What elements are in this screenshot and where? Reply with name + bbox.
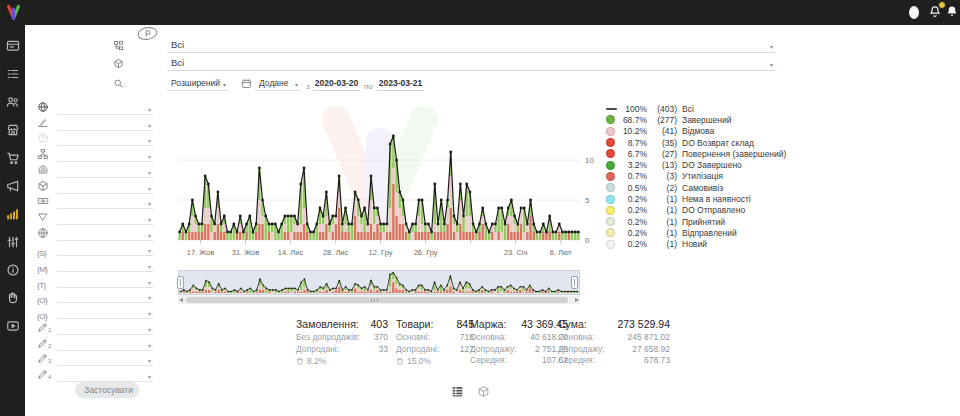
sidebar-item-settings[interactable] [6,235,20,249]
app-root: ▾▾▾▾▾▾▾▾▾{S}▾{M}▾{T}▾{O}▾{O}▾1▾2▾3▾4▾ За… [0,0,960,416]
filter-select-funnel[interactable]: ▾ [57,211,153,225]
legend-item[interactable]: 100%(403)Всі [606,103,781,114]
legend-item[interactable]: 0.5%(2)Самовивіз [606,182,781,193]
chart-icon [6,207,20,221]
minimap-chart [179,271,579,294]
chevron-down-icon: ▾ [148,327,151,333]
legend-dot-swatch [606,115,615,124]
date-from-value: 2020-03-20 [313,78,360,88]
category-filter-select[interactable]: Всі ▾ [167,38,775,53]
legend-text: (1) [647,205,677,215]
filter-select-note-3[interactable]: ▾ [57,352,153,366]
orders-timeline-chart[interactable] [178,102,580,248]
sidebar-item-info[interactable] [6,263,20,277]
apply-button-label: Застосувати [84,385,133,395]
filter-select-custom-o2[interactable]: ▾ [57,305,153,319]
alerts-bell-solid-icon[interactable] [945,4,959,19]
filter-select-manager[interactable]: ▾ [57,164,153,178]
upsell-percent: 15.0% [407,356,431,366]
sidebar-item-purchases[interactable] [6,151,20,165]
stat-value: 273 529.94 [617,318,670,332]
filter-select-payment[interactable]: ▾ [57,195,153,209]
stat-sub-label: Основні: [396,332,430,344]
upsell-percent: 8.2% [307,356,326,366]
brush-handle-right[interactable] [571,276,578,289]
chevron-down-icon: ▾ [148,123,151,129]
filter-select-custom-o1[interactable]: ▾ [57,289,153,303]
list-icon [6,67,20,81]
toggle-products-view[interactable] [477,385,490,398]
filter-select-department[interactable]: ▾ [57,148,153,162]
legend-item[interactable]: 0.2%(1)Новий [606,239,781,250]
legend-text: 68.7% [619,115,647,125]
filter-select-product[interactable]: ▾ [57,180,153,194]
brush-handle-left[interactable] [177,276,184,289]
legend-item[interactable]: 0.2%(1)Прийнятий [606,216,781,227]
product-package-icon [113,58,124,69]
filter-select-source[interactable]: ▾ [57,101,153,115]
legend-dot-swatch [606,228,615,237]
bag-icon [296,357,304,365]
stat-sub-label: Без допродажів: [296,332,360,344]
stat-sub-value: 678.73 [644,355,670,367]
search-mode-value: Розширений [171,78,220,88]
category-tree-icon [113,40,124,51]
x-tick-label: 31. Жов [226,248,266,257]
filter-select-custom-m[interactable]: ▾ [57,258,153,272]
date-from-input[interactable]: 2020-03-20 [313,76,360,91]
legend-text: (3) [647,171,677,181]
legend-text: 0.5% [619,183,647,193]
filter-select-help[interactable]: ▾ [57,132,153,146]
filter-select-website[interactable]: ▾ [57,227,153,241]
legend-text: Відмова [682,126,714,136]
filter-select-custom-t[interactable]: ▾ [57,274,153,288]
product-filter-select[interactable]: Всі ▾ [167,56,775,71]
filter-select-note-2[interactable]: ▾ [57,337,153,351]
toggle-statuses-view[interactable] [451,385,464,398]
filter-select-note-4[interactable]: ▾ [57,368,153,382]
chart-scrollbar-thumb[interactable] [186,297,568,303]
sidebar-item-customers[interactable] [6,95,20,109]
sidebar-item-analytics[interactable] [6,207,20,221]
notifications-bell-icon[interactable] [928,4,942,19]
legend-item[interactable]: 0.2%(1)Нема в наявності [606,193,781,204]
sidebar-item-video[interactable] [6,319,20,333]
apply-filters-button[interactable]: Застосувати [75,382,139,398]
sidebar-item-marketing[interactable] [6,179,20,193]
braces-icon: {O} [37,289,49,301]
legend-item[interactable]: 0.2%(1)Відправлений [606,227,781,238]
sidebar-item-orders[interactable] [6,67,20,81]
filter-select-note-1[interactable]: ▾ [57,321,153,335]
legend-text: 0.7% [619,171,647,181]
user-avatar[interactable] [909,6,919,19]
sidebar-item-store[interactable] [6,123,20,137]
legend-item[interactable]: 6.7%(27)Повернення (завершений) [606,148,781,159]
app-logo-icon[interactable] [5,4,22,21]
screencast-icon[interactable] [136,26,159,45]
scroll-right-arrow[interactable] [575,298,579,302]
chart-minimap[interactable] [178,270,580,295]
legend-text: Нема в наявності [682,194,751,204]
filter-select-funnel-stage[interactable]: ▾ [57,117,153,131]
chevron-down-icon: ▾ [148,138,151,144]
stat-column-2: Маржа:43 369.45Основна:40 618.20Допродаж… [470,318,568,367]
filter-row-custom-s: {S}▾ [25,242,162,257]
legend-item[interactable]: 68.7%(277)Завершений [606,114,781,125]
chevron-down-icon: ▾ [148,217,151,223]
search-mode-select[interactable]: Розширений ▾ [167,76,228,91]
legend-line-swatch [606,108,617,110]
date-to-input[interactable]: 2023-03-21 [377,76,424,91]
filter-select-custom-s[interactable]: ▾ [57,242,153,256]
sidebar-item-dashboard[interactable] [6,39,20,53]
legend-item[interactable]: 0.7%(3)Утилізація [606,171,781,182]
stat-sub-label: Основна: [470,332,507,344]
legend-item[interactable]: 10.2%(41)Відмова [606,126,781,137]
legend-text: DO Возврат склад [682,138,754,148]
legend-item[interactable]: 0.2%(1)DO Отправлено [606,205,781,216]
legend-item[interactable]: 8.7%(35)DO Возврат склад [606,137,781,148]
sidebar-item-support[interactable] [6,291,20,305]
scroll-left-arrow[interactable] [179,298,183,302]
legend-item[interactable]: 3.2%(13)DO Завершено [606,159,781,170]
stat-column-3: Сума:273 529.94Основна:245 871.02Допрода… [558,318,670,367]
date-field-select[interactable]: Додане ▾ [255,76,300,91]
